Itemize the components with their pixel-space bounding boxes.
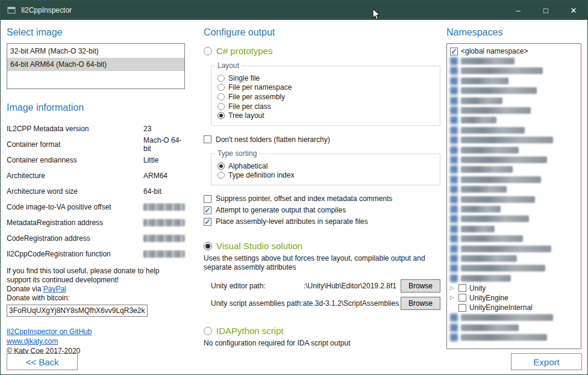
namespace-row-unity[interactable]: ▷ Unity (449, 283, 579, 293)
layout-option-single-file[interactable]: Single file (217, 73, 435, 83)
list-item-64bit-arm64[interactable]: 64-bit ARM64 (Mach-O 64-bit) (7, 58, 184, 71)
sorting-option-type-definition-index[interactable]: Type definition index (217, 171, 435, 181)
checkbox-redacted[interactable] (450, 116, 458, 124)
checkbox-icon[interactable] (204, 206, 211, 214)
compilable-output-checkbox[interactable]: Attempt to generate output that compiles (204, 206, 443, 214)
namespace-row-redacted[interactable] (449, 184, 579, 194)
checkbox-icon[interactable] (204, 195, 211, 203)
flatten-hierarchy-checkbox[interactable]: Don't nest folders (flatten hierarchy) (204, 135, 443, 144)
checkbox-redacted[interactable] (450, 215, 458, 223)
namespace-row-redacted[interactable] (449, 165, 579, 175)
checkbox-redacted[interactable] (450, 196, 458, 203)
radio-icon[interactable] (217, 93, 225, 101)
checkbox-redacted[interactable] (450, 107, 458, 114)
namespace-row-redacted[interactable] (449, 56, 579, 66)
csharp-prototypes-radio[interactable]: C# prototypes (204, 46, 443, 56)
checkbox-redacted[interactable] (450, 225, 458, 233)
minimize-icon[interactable]: – (504, 1, 532, 20)
namespace-row-redacted[interactable] (449, 96, 579, 105)
website-link[interactable]: www.djkaty.com (7, 336, 58, 346)
github-link[interactable]: Il2CppInspector on GitHub (7, 327, 92, 336)
namespaces-list[interactable]: <global namespace> ▷ Unity ▷ UnityEngine (446, 43, 581, 349)
layout-option-file-per-namespace[interactable]: File per namespace (217, 83, 435, 93)
namespace-row-redacted[interactable] (449, 244, 579, 253)
export-button[interactable]: Export (511, 353, 582, 370)
list-item-32bit-arm[interactable]: 32-bit ARM (Mach-O 32-bit) (7, 45, 184, 58)
namespace-row-unityengineinternal[interactable]: UnityEngineInternal (449, 303, 579, 312)
namespace-row-redacted[interactable] (449, 66, 579, 76)
checkbox-redacted[interactable] (450, 136, 458, 144)
close-icon[interactable]: ✕ (560, 1, 587, 20)
namespace-row-redacted[interactable] (449, 194, 579, 204)
layout-option-file-per-assembly[interactable]: File per assembly (217, 92, 435, 102)
sorting-option-alphabetical[interactable]: Alphabetical (217, 161, 435, 171)
idapython-script-radio[interactable]: IDAPython script (204, 326, 443, 336)
image-listbox[interactable]: 32-bit ARM (Mach-O 32-bit) 64-bit ARM64 … (7, 43, 185, 89)
checkbox-icon[interactable] (458, 294, 466, 302)
checkbox-redacted[interactable] (450, 146, 458, 154)
namespace-row-redacted[interactable] (449, 313, 579, 323)
namespace-row-redacted[interactable] (449, 214, 579, 224)
namespace-row-redacted[interactable] (449, 253, 579, 263)
checkbox-redacted[interactable] (450, 156, 458, 164)
namespace-row-global[interactable]: <global namespace> (449, 46, 579, 56)
radio-icon[interactable] (204, 327, 212, 335)
checkbox-redacted[interactable] (450, 67, 458, 75)
namespace-row-redacted[interactable] (449, 86, 579, 96)
radio-icon[interactable] (217, 112, 225, 119)
namespace-row-redacted[interactable] (449, 323, 579, 332)
namespace-row-redacted[interactable] (449, 135, 579, 145)
checkbox-redacted[interactable] (450, 77, 458, 85)
radio-icon[interactable] (217, 103, 225, 110)
expander-icon[interactable]: ▷ (450, 295, 455, 300)
radio-icon[interactable] (217, 84, 225, 91)
maximize-icon[interactable]: □ (532, 1, 560, 20)
checkbox-redacted[interactable] (450, 255, 458, 262)
checkbox-redacted[interactable] (450, 333, 458, 341)
checkbox-redacted[interactable] (450, 176, 458, 184)
namespace-row-redacted[interactable] (449, 224, 579, 234)
namespace-row-redacted[interactable] (449, 332, 579, 342)
layout-option-tree-layout[interactable]: Tree layout (217, 111, 435, 120)
namespace-row-redacted[interactable] (449, 145, 579, 155)
expander-icon[interactable]: ▷ (450, 285, 455, 291)
checkbox-redacted[interactable] (450, 57, 458, 65)
namespace-row-redacted[interactable] (449, 105, 579, 115)
checkbox-icon[interactable] (204, 218, 211, 226)
checkbox-redacted[interactable] (450, 97, 458, 105)
visual-studio-solution-radio[interactable]: Visual Studio solution (204, 241, 443, 251)
namespace-row-redacted[interactable] (449, 234, 579, 243)
bitcoin-address-input[interactable] (7, 305, 148, 317)
namespace-row-redacted[interactable] (449, 273, 579, 283)
paypal-link[interactable]: PayPal (43, 285, 66, 294)
checkbox-redacted[interactable] (450, 274, 458, 282)
separate-attribute-files-checkbox[interactable]: Place assembly-level attributes in separ… (204, 217, 443, 226)
checkbox-redacted[interactable] (450, 235, 458, 243)
checkbox-icon[interactable] (450, 48, 458, 55)
checkbox-icon[interactable] (458, 284, 466, 292)
namespace-row-redacted[interactable] (449, 116, 579, 125)
back-button[interactable]: << Back (7, 353, 78, 370)
browse-script-assemblies-button[interactable]: Browse (401, 297, 440, 310)
unity-script-assemblies-value[interactable]: ate.3d-3.1.2\ScriptAssemblies (303, 299, 401, 308)
radio-icon[interactable] (204, 242, 212, 250)
browse-unity-editor-button[interactable]: Browse (401, 279, 440, 293)
checkbox-redacted[interactable] (450, 324, 458, 332)
checkbox-redacted[interactable] (450, 185, 458, 193)
radio-icon[interactable] (217, 172, 225, 179)
namespace-row-redacted[interactable] (449, 125, 579, 135)
radio-icon[interactable] (217, 163, 225, 170)
namespace-row-redacted[interactable] (449, 264, 579, 273)
checkbox-redacted[interactable] (450, 126, 458, 134)
namespace-row-redacted[interactable] (449, 175, 579, 184)
layout-option-file-per-class[interactable]: File per class (217, 102, 435, 111)
namespace-row-redacted[interactable] (449, 155, 579, 164)
namespace-row-redacted[interactable] (449, 204, 579, 214)
checkbox-icon[interactable] (204, 135, 211, 143)
checkbox-redacted[interactable] (450, 264, 458, 272)
namespace-row-redacted[interactable] (449, 76, 579, 85)
namespace-row-unityengine[interactable]: ▷ UnityEngine (449, 293, 579, 303)
checkbox-icon[interactable] (458, 304, 466, 312)
radio-icon[interactable] (204, 47, 212, 55)
radio-icon[interactable] (217, 75, 225, 82)
